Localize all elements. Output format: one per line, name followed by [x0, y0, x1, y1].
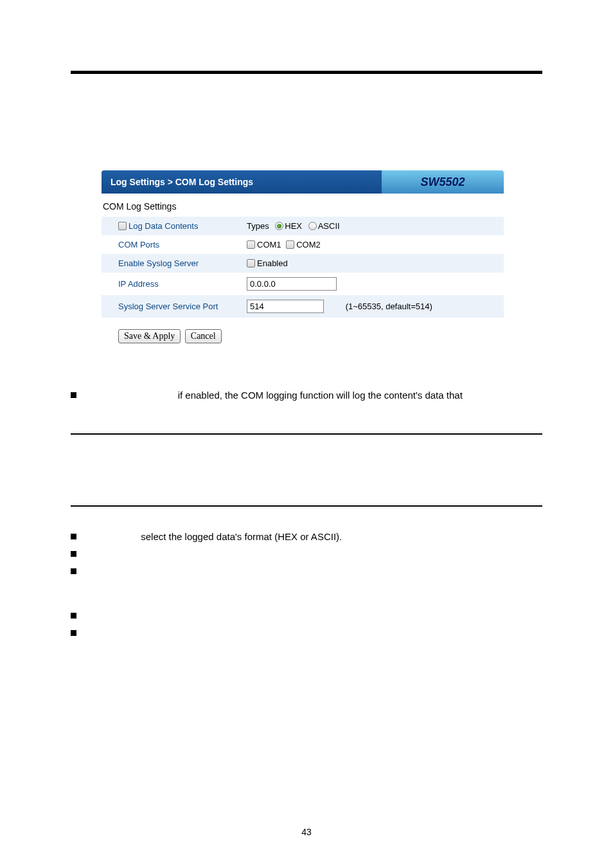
mid-rule-2: [71, 505, 542, 507]
ip-label: IP Address: [102, 273, 230, 295]
mid-rule-1: [71, 433, 542, 435]
bullet-4c: previously for event logging.: [87, 592, 542, 605]
com1-checkbox[interactable]: [247, 240, 255, 249]
log-data-label: Log Data Contents: [129, 221, 198, 231]
bullet-1-lead: Log Data Contents,: [87, 390, 175, 401]
row-enable-syslog: Enable Syslog Server Enabled: [102, 254, 504, 273]
enabled-label: Enabled: [257, 258, 288, 268]
bullet-icon: [71, 534, 76, 539]
breadcrumb: Log Settings > COM Log Settings: [102, 170, 382, 194]
syslog-port-label: Syslog Server Service Port: [102, 295, 230, 318]
log-data-checkbox[interactable]: [118, 222, 127, 230]
bullet-5-text: IP Address, Please specify the remote Sy…: [87, 609, 542, 622]
row-log-data: Log Data Contents Types HEX ASCII: [102, 217, 504, 235]
bullet-icon: [71, 551, 76, 557]
config-screenshot: Log Settings > COM Log Settings SW5502 C…: [102, 170, 504, 343]
row-syslog-port: Syslog Server Service Port 514 (1~65535,…: [102, 295, 504, 318]
ip-input[interactable]: 0.0.0.0: [247, 277, 337, 291]
bullet-2-lead: Data types,: [87, 531, 141, 542]
syslog-port-hint: (1~65535, default=514): [346, 302, 432, 311]
com-ports-label: COM Ports: [102, 235, 230, 254]
between-line-b: send out the stored data to the Log Even…: [71, 471, 542, 485]
button-row: Save & Apply Cancel: [118, 329, 504, 343]
bullet-3-text: COM ports, select the ports to log.: [87, 547, 542, 561]
com2-checkbox[interactable]: [286, 240, 294, 249]
page-number: 43: [0, 827, 613, 837]
enable-syslog-label: Enable Syslog Server: [102, 254, 230, 273]
radio-hex-label: HEX: [285, 221, 302, 231]
types-label: Types: [247, 221, 269, 231]
bullet-1-rest: if enabled, the COM logging function wil…: [175, 390, 463, 401]
bullet-4a: Enable Syslog Server, enabling this opti…: [87, 565, 542, 578]
bullet-5: IP Address, Please specify the remote Sy…: [71, 609, 542, 622]
bullet-6a: Syslog Server Service Port, Please speci…: [87, 626, 542, 640]
bullet-3: COM ports, select the ports to log.: [71, 547, 542, 561]
bullet-icon: [71, 568, 76, 574]
bullet-1-more: is being transmitted and received in raw…: [87, 402, 542, 415]
between-line-a: COM logging function will store(buffer) …: [71, 455, 542, 469]
bullet-1: Log Data Contents, if enabled, the COM l…: [71, 388, 542, 415]
header-band: Log Settings > COM Log Settings SW5502: [102, 170, 504, 194]
top-rule: [71, 71, 542, 74]
bullet-icon: [71, 613, 76, 619]
bullet-2-rest: select the logged data's format (HEX or …: [141, 531, 342, 542]
bullet-4: Enable Syslog Server, enabling this opti…: [71, 565, 542, 605]
bullet-4b: remote Syslog server. It is possible to …: [87, 578, 542, 592]
radio-ascii[interactable]: [308, 222, 317, 230]
settings-table: Log Data Contents Types HEX ASCII COM Po…: [102, 217, 504, 318]
save-apply-button[interactable]: Save & Apply: [118, 329, 181, 343]
body-text: Log Data Contents, if enabled, the COM l…: [71, 388, 542, 653]
brand-label: SW5502: [382, 170, 504, 194]
com2-label: COM2: [296, 240, 321, 249]
radio-hex[interactable]: [275, 222, 283, 230]
row-com-ports: COM Ports COM1 COM2: [102, 235, 504, 254]
bullet-6b: 514): [87, 640, 542, 653]
row-ip-address: IP Address 0.0.0.0: [102, 273, 504, 295]
enabled-checkbox[interactable]: [247, 259, 255, 267]
bullet-6: Syslog Server Service Port, Please speci…: [71, 626, 542, 653]
bullet-2: Data types, select the logged data's for…: [71, 530, 542, 543]
cancel-button[interactable]: Cancel: [185, 329, 222, 343]
syslog-port-input[interactable]: 514: [247, 300, 324, 313]
bullet-icon: [71, 630, 76, 636]
radio-ascii-label: ASCII: [318, 221, 340, 231]
bullet-icon: [71, 392, 76, 398]
com1-label: COM1: [257, 240, 281, 249]
section-title: COM Log Settings: [103, 201, 504, 212]
